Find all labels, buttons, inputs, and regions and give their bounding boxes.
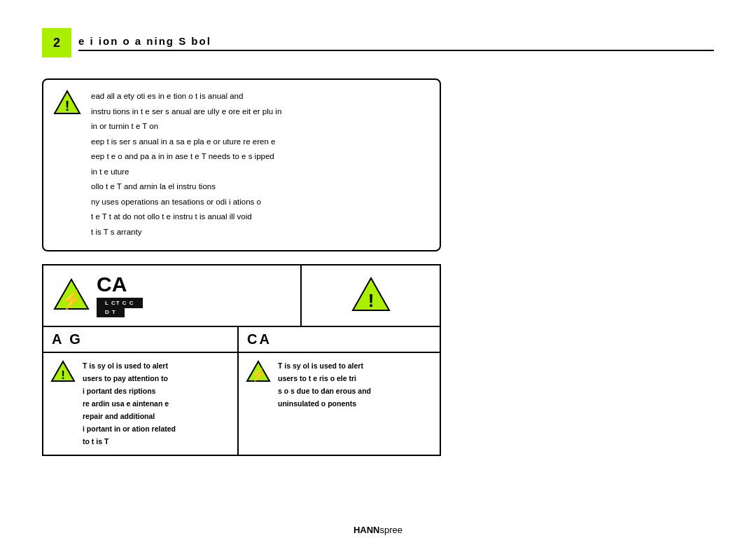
warning-triangle-icon: ! [53, 90, 81, 118]
svg-text:!: ! [65, 98, 70, 113]
caution-label-header: CA [239, 327, 440, 353]
caution-label-text: T is sy ol is used to alert users to t e… [278, 360, 371, 410]
right-warning-triangle-icon: ! [351, 277, 391, 315]
right-warning-box: ! [301, 264, 441, 327]
page-number-box: 2 [42, 28, 71, 57]
ca-subbar-2: D T [97, 308, 125, 317]
svg-text:⚡: ⚡ [251, 367, 267, 382]
svg-text:!: ! [368, 290, 374, 311]
middle-section: ⚡ CA L CT C C D T ! [42, 264, 441, 327]
warning-label-box: A G ! T is sy ol is used to alert users … [42, 327, 238, 456]
page-title: e i ion o a ning S bol [78, 35, 714, 51]
ca-subbar-1: L CT C C [97, 298, 143, 308]
caution-header-text: CA [247, 331, 272, 347]
electric-ca-box: ⚡ CA L CT C C D T [42, 264, 301, 327]
ca-big-text: CA [97, 274, 127, 295]
ca-label-block: CA L CT C C D T [97, 274, 143, 317]
brand-light: spree [380, 525, 403, 535]
page-header: 2 e i ion o a ning S bol [42, 28, 714, 57]
warning-label-content: ! T is sy ol is used to alert users to p… [43, 353, 237, 455]
page: 2 e i ion o a ning S bol ! ead all a ety… [0, 0, 756, 552]
caution-electric-icon: ⚡ [246, 360, 271, 385]
caution-label-content: ⚡ T is sy ol is used to alert users to t… [239, 353, 440, 417]
warning-small-icon: ! [50, 360, 76, 385]
top-warning-box: ! ead all a ety oti es in e tion o t is … [42, 78, 441, 251]
page-number: 2 [53, 36, 60, 50]
warning-label-header: A G [43, 327, 237, 353]
bottom-section: A G ! T is sy ol is used to alert users … [42, 327, 441, 456]
brand-bold: HANN [354, 525, 380, 535]
electric-bolt-icon: ⚡ [53, 278, 90, 313]
warning-header-text: A G [52, 331, 83, 347]
svg-text:⚡: ⚡ [60, 289, 83, 310]
svg-text:!: ! [61, 368, 65, 382]
caution-label-box: CA ⚡ T is sy ol is used to alert users t… [238, 327, 441, 456]
top-warning-text: ead all a ety oti es in e tion o t is an… [91, 90, 281, 240]
footer: HANNspree [0, 525, 756, 535]
warning-label-text: T is sy ol is used to alert users to pay… [83, 360, 176, 448]
